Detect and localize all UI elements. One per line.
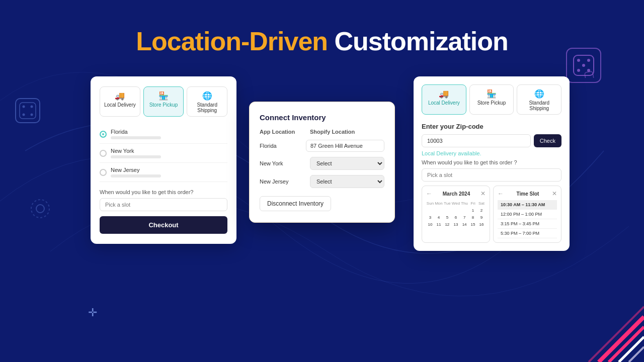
radio-newjersey[interactable] [100, 169, 107, 176]
cal-day[interactable]: 13 [452, 221, 460, 228]
cal-day [460, 207, 468, 214]
modal-row-newjersey: New Jersey Select [260, 175, 384, 188]
cal-days: Sun Mon Tue Wed Thu Fri Sat 1 2 3 4 [426, 200, 486, 228]
newjersey-location: New Jersey [260, 178, 305, 185]
newjersey-shopify-select[interactable]: Select [310, 175, 384, 188]
truck-icon-right: 🚚 [424, 89, 464, 99]
ts-back[interactable]: ← [498, 190, 504, 197]
cal-day [426, 207, 434, 214]
timeslot-item[interactable]: 3:15 PM – 3:45 PM [498, 219, 557, 229]
card-footer: When would you like to get this order? C… [100, 189, 227, 234]
zip-row: Check [422, 134, 561, 147]
col-shopify-label: Shopify Location [310, 129, 384, 135]
zip-input[interactable] [422, 134, 531, 147]
col-app-label: App Location [260, 129, 305, 135]
delivery-tabs-left: 🚚 Local Delivery 🏪 Store Pickup 🌐 Standa… [100, 86, 227, 117]
newjersey-bar [111, 174, 161, 177]
delivery-tabs-right: 🚚 Local Delivery 🏪 Store Pickup 🌐 Standa… [422, 84, 561, 115]
tab-store-pickup-right[interactable]: 🏪 Store Pickup [469, 84, 514, 115]
timeslot-item[interactable]: 5:30 PM – 7:00 PM [498, 229, 557, 238]
when-label-left: When would you like to get this order? [100, 189, 227, 195]
connect-inventory-modal: Connect Inventory App Location Shopify L… [249, 102, 395, 223]
timeslot-item[interactable]: 10:30 AM – 11:30 AM [498, 200, 557, 210]
modal-table-header: App Location Shopify Location [260, 129, 384, 135]
cal-header: ← March 2024 ✕ [426, 190, 486, 197]
radio-newyork[interactable] [100, 150, 107, 157]
cal-day[interactable]: 5 [443, 214, 451, 221]
cal-day[interactable]: 10 [426, 221, 434, 228]
florida-label: Florida [111, 129, 161, 135]
cal-header-sun: Sun [426, 200, 434, 207]
slot-input-right[interactable] [422, 168, 561, 182]
timeslot-widget: ← Time Slot ✕ 10:30 AM – 11:30 AM 12:00 … [493, 186, 561, 243]
cal-day [452, 207, 460, 214]
cal-header-sat: Sat [477, 200, 486, 207]
card-store-pickup: 🚚 Local Delivery 🏪 Store Pickup 🌐 Standa… [91, 76, 236, 244]
svg-point-6 [577, 59, 580, 62]
modal-row-newyork: New York Select [260, 157, 384, 170]
cal-prev[interactable]: ← [426, 190, 432, 197]
cal-day [443, 207, 451, 214]
title-white: Customization [328, 27, 508, 56]
cal-day[interactable]: 6 [452, 214, 460, 221]
cal-day[interactable]: 11 [435, 221, 443, 228]
list-item[interactable]: New Jersey [100, 163, 227, 182]
cal-header-fri: Fri [469, 200, 477, 207]
cal-day[interactable]: 16 [477, 221, 486, 228]
store-icon-right: 🏪 [472, 89, 512, 99]
newyork-location: New York [260, 160, 305, 166]
ts-close[interactable]: ✕ [552, 190, 557, 197]
svg-point-10 [582, 64, 585, 67]
cal-day[interactable]: 1 [469, 207, 477, 214]
cal-day[interactable]: 7 [460, 214, 468, 221]
newyork-shopify-select[interactable]: Select [310, 157, 384, 170]
tab-store-pickup-right-label: Store Pickup [472, 100, 512, 106]
cal-day[interactable]: 2 [477, 207, 486, 214]
check-button[interactable]: Check [534, 134, 561, 147]
florida-location: Florida [260, 143, 301, 149]
svg-point-7 [587, 59, 590, 62]
newyork-label: New York [111, 148, 161, 154]
cal-day[interactable]: 9 [477, 214, 486, 221]
disconnect-inventory-button[interactable]: Disconnect Inventory [260, 196, 331, 211]
globe-icon-left: 🌐 [189, 91, 225, 101]
cal-next[interactable]: ✕ [480, 190, 486, 197]
tab-standard-shipping-left[interactable]: 🌐 Standard Shipping [187, 86, 227, 117]
modal-row-florida: Florida [260, 140, 384, 152]
tab-local-delivery-right[interactable]: 🚚 Local Delivery [422, 84, 466, 115]
ts-header: ← Time Slot ✕ [498, 190, 557, 197]
slot-input-left[interactable] [100, 198, 227, 211]
checkout-button[interactable]: Checkout [100, 216, 227, 234]
list-item[interactable]: Florida [100, 125, 227, 144]
truck-icon: 🚚 [102, 91, 138, 101]
zip-label: Enter your Zip-code [422, 123, 561, 130]
page-title: Location-Driven Customization [0, 0, 644, 56]
cal-day[interactable]: 14 [460, 221, 468, 228]
florida-bar [111, 136, 161, 139]
list-item[interactable]: New York [100, 144, 227, 163]
modal-title: Connect Inventory [260, 113, 384, 122]
tab-local-delivery-left[interactable]: 🚚 Local Delivery [100, 86, 140, 117]
cal-header-mon: Mon [435, 200, 443, 207]
cal-day[interactable]: 4 [435, 214, 443, 221]
title-orange: Location-Driven [136, 27, 328, 56]
location-list: Florida New York New Jersey [100, 125, 227, 182]
tab-store-pickup-left[interactable]: 🏪 Store Pickup [143, 86, 184, 117]
cal-day[interactable]: 8 [469, 214, 477, 221]
newjersey-label: New Jersey [111, 167, 161, 173]
cal-day[interactable]: 12 [443, 221, 451, 228]
cal-day[interactable]: 3 [426, 214, 434, 221]
tab-store-pickup-label: Store Pickup [146, 102, 182, 108]
cal-day[interactable]: 15 [469, 221, 477, 228]
ts-title: Time Slot [517, 191, 539, 197]
when-label-right: When would you like to get this order ? [422, 159, 561, 165]
florida-shopify-select[interactable] [306, 140, 384, 152]
timeslot-item[interactable]: 12:00 PM – 1:00 PM [498, 210, 557, 219]
cal-header-thu: Thu [460, 200, 468, 207]
cal-day [435, 207, 443, 214]
tab-standard-shipping-right[interactable]: 🌐 Standard Shipping [517, 84, 561, 115]
tab-local-delivery-label: Local Delivery [102, 102, 138, 108]
newyork-bar [111, 155, 161, 158]
availability-text: Local Delivery available. [422, 150, 561, 156]
radio-florida[interactable] [100, 131, 107, 138]
